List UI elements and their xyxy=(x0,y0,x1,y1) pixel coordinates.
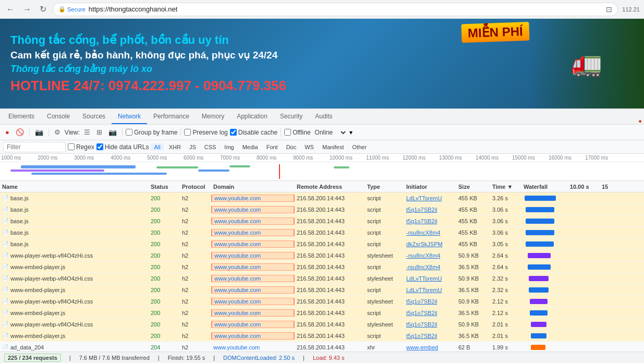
tab-console[interactable]: Console xyxy=(41,109,76,124)
forward-button[interactable]: → xyxy=(21,3,33,16)
cell-initiator-9: t5q1o7SB2il xyxy=(404,298,456,305)
filter-media[interactable]: Media xyxy=(239,143,261,151)
table-row[interactable]: 📄 base.js 200 h2 www.youtube.com 216.58.… xyxy=(0,204,644,215)
filter-ws[interactable]: WS xyxy=(301,143,317,151)
table-row[interactable]: 📄 base.js 200 h2 www.youtube.com 216.58.… xyxy=(0,215,644,227)
cell-protocol-6: h2 xyxy=(180,264,211,270)
group-by-frame-checkbox[interactable]: Group by frame xyxy=(126,129,177,136)
initiator-link-7[interactable]: LdLvTTsremU xyxy=(406,275,442,282)
preserve-log-checkbox[interactable]: Preserve log xyxy=(184,129,227,136)
mark-17000: 17000 ms xyxy=(584,155,621,161)
initiator-link-4[interactable]: dkZsrSkJSPM xyxy=(406,241,443,247)
table-row[interactable]: 📄 www-player-webp-vfl4O4zHi.css 200 h2 w… xyxy=(0,296,644,307)
table-row[interactable]: 📄 base.js 200 h2 www.youtube.com 216.58.… xyxy=(0,238,644,250)
grid-view-button[interactable]: ⊞ xyxy=(94,127,104,137)
initiator-link-13[interactable]: www-embed xyxy=(406,344,438,350)
header-waterfall[interactable]: Waterfall 10.00 s 15 xyxy=(521,184,644,190)
initiator-link-9[interactable]: t5q1o7SB2il xyxy=(406,298,437,305)
waterfall-bar-0 xyxy=(525,196,556,201)
timeline-ruler: 1000 ms 2000 ms 3000 ms 4000 ms 5000 ms … xyxy=(0,154,644,162)
filter-img[interactable]: Img xyxy=(221,143,237,151)
record-button[interactable]: ● xyxy=(3,127,11,137)
header-name[interactable]: Name xyxy=(0,184,149,190)
tab-audits[interactable]: Audits xyxy=(309,109,338,124)
table-row[interactable]: 📄 www-embed-player.js 200 h2 www.youtube… xyxy=(0,284,644,296)
initiator-link-5[interactable]: -rsu8ncX8m4 xyxy=(406,252,440,259)
tab-sources[interactable]: Sources xyxy=(76,109,112,124)
initiator-link-2[interactable]: t5q1o7SB2il xyxy=(406,218,437,224)
preserve-log-input[interactable] xyxy=(184,129,191,136)
regex-checkbox[interactable]: Regex xyxy=(68,143,94,151)
table-row[interactable]: 📄 base.js 200 h2 www.youtube.com 216.58.… xyxy=(0,227,644,238)
header-status[interactable]: Status xyxy=(149,184,180,190)
filter-other[interactable]: Other xyxy=(349,143,370,151)
initiator-link-6[interactable]: -rsu8ncX8m4 xyxy=(406,264,440,270)
disable-cache-input[interactable] xyxy=(230,129,237,136)
header-protocol[interactable]: Protocol xyxy=(180,184,211,190)
offline-input[interactable] xyxy=(284,129,291,136)
tab-elements[interactable]: Elements xyxy=(2,109,41,124)
regex-input[interactable] xyxy=(68,143,75,150)
clear-button[interactable]: 🚫 xyxy=(14,127,26,137)
cell-name-8: 📄 www-embed-player.js xyxy=(0,287,149,293)
table-row[interactable]: 📄 www-player-webp-vfl4O4zHi.css 200 h2 w… xyxy=(0,319,644,330)
tab-performance[interactable]: Performance xyxy=(147,109,196,124)
filter-manifest[interactable]: Manifest xyxy=(319,143,347,151)
table-row[interactable]: 📄 www-embed-player.js 200 h2 www.youtube… xyxy=(0,330,644,342)
table-row[interactable]: 📄 www-player-webp-vfl4O4zHi.css 200 h2 w… xyxy=(0,273,644,284)
mark-12000: 12000 ms xyxy=(402,155,438,161)
tab-memory[interactable]: Memory xyxy=(196,109,230,124)
filter-all[interactable]: All xyxy=(151,143,163,151)
table-row[interactable]: 📄 www-embed-player.js 200 h2 www.youtube… xyxy=(0,307,644,319)
filter-doc[interactable]: Doc xyxy=(283,143,300,151)
header-type[interactable]: Type xyxy=(365,184,404,190)
table-row[interactable]: 📄 www-player-webp-vfl4O4zHi.css 200 h2 w… xyxy=(0,250,644,261)
initiator-link-8[interactable]: LdLvTTsremU xyxy=(406,287,442,293)
filter-xhr[interactable]: XHR xyxy=(166,143,184,151)
tab-security[interactable]: Security xyxy=(274,109,309,124)
divider-4: | xyxy=(303,355,305,361)
filter-input[interactable] xyxy=(3,142,66,152)
initiator-link-1[interactable]: t5q1o7SB2il xyxy=(406,207,437,213)
address-bar[interactable]: 🔒 Secure https://thongtacconghanoi.net ⊡ xyxy=(53,3,618,16)
reload-button[interactable]: ↻ xyxy=(38,2,48,16)
header-remote[interactable]: Remote Address xyxy=(295,184,365,190)
hide-data-checkbox[interactable]: Hide data URLs xyxy=(96,143,149,151)
initiator-link-0[interactable]: LdLvTTsremU xyxy=(406,195,442,201)
group-by-frame-label: Group by frame xyxy=(134,129,177,136)
initiator-link-10[interactable]: t5q1o7SB2il xyxy=(406,310,437,316)
divider-1: | xyxy=(69,355,71,361)
hide-data-input[interactable] xyxy=(96,143,103,150)
disable-cache-checkbox[interactable]: Disable cache xyxy=(230,129,277,136)
filter-css[interactable]: CSS xyxy=(201,143,220,151)
table-row[interactable]: 📄 base.js 200 h2 www.youtube.com 216.58.… xyxy=(0,192,644,204)
throttle-select[interactable]: Online Fast 3G Slow 3G xyxy=(313,128,347,137)
header-initiator[interactable]: Initiator xyxy=(404,184,456,190)
screenshot-button[interactable]: 📷 xyxy=(106,127,119,137)
tab-application[interactable]: Application xyxy=(230,109,274,124)
back-button[interactable]: ← xyxy=(4,3,17,16)
group-by-frame-input[interactable] xyxy=(126,129,132,136)
header-domain[interactable]: Domain xyxy=(211,184,295,190)
cell-remote-2: 216.58.200.14:443 xyxy=(295,218,365,224)
header-size[interactable]: Size xyxy=(456,184,490,190)
offline-checkbox[interactable]: Offline xyxy=(284,129,310,136)
filter-font[interactable]: Font xyxy=(263,143,281,151)
filter-js[interactable]: JS xyxy=(186,143,199,151)
header-time[interactable]: Time ▼ xyxy=(490,184,521,190)
waterfall-bar-5 xyxy=(528,253,551,258)
list-view-button[interactable]: ☰ xyxy=(82,127,92,137)
initiator-link-3[interactable]: -rsu8ncX8m4 xyxy=(406,229,440,236)
filter-toggle-button[interactable]: ⚙ xyxy=(52,127,63,137)
cell-protocol-4: h2 xyxy=(180,241,211,247)
initiator-link-12[interactable]: t5q1o7SB2il xyxy=(406,333,437,339)
cell-status-11: 200 xyxy=(149,321,180,328)
mark-16000: 16000 ms xyxy=(548,155,584,161)
mark-11000: 11000 ms xyxy=(365,155,402,161)
tab-network[interactable]: Network xyxy=(112,109,147,124)
camera-button[interactable]: 📷 xyxy=(33,127,45,137)
cell-initiator-13: www-embed xyxy=(404,344,456,350)
cell-waterfall-8 xyxy=(521,287,644,293)
table-row[interactable]: 📄 www-embed-player.js 200 h2 www.youtube… xyxy=(0,261,644,273)
initiator-link-11[interactable]: t5q1o7SB2il xyxy=(406,321,437,328)
